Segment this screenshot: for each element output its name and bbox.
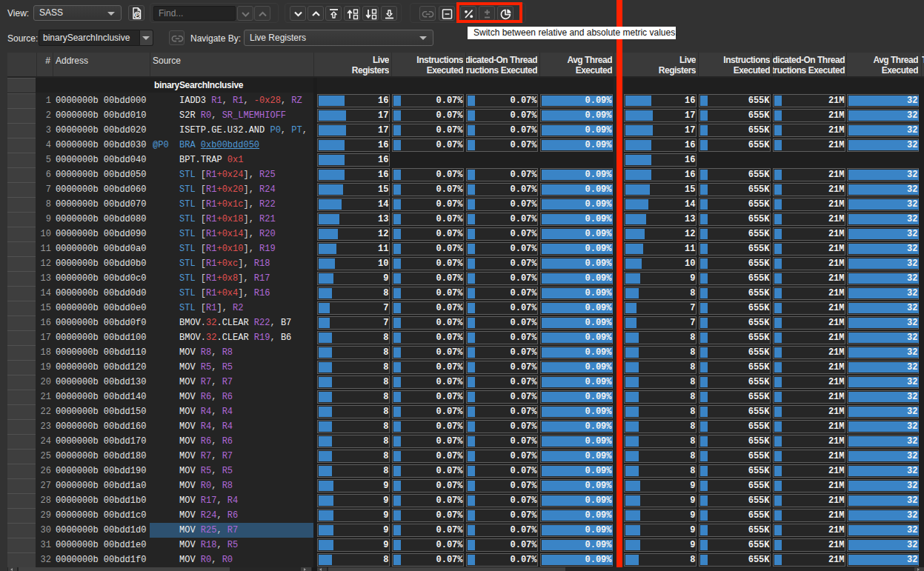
svg-text:P: P (136, 12, 140, 19)
